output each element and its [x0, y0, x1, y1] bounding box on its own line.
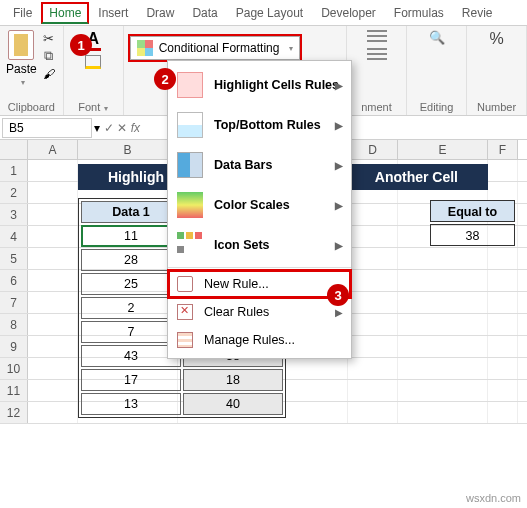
tab-page-layout[interactable]: Page Layout	[227, 2, 312, 24]
menu-top-bottom-rules[interactable]: Top/Bottom Rules ▶	[168, 105, 351, 145]
cell[interactable]	[28, 402, 78, 423]
cell[interactable]	[488, 336, 518, 357]
row-header[interactable]: 6	[0, 270, 28, 291]
cell[interactable]	[28, 160, 78, 181]
cell[interactable]	[348, 204, 398, 225]
paste-icon	[8, 30, 34, 60]
data-cell[interactable]: 11	[81, 225, 181, 247]
paste-button[interactable]: Paste ▾	[6, 30, 37, 87]
cell[interactable]	[488, 314, 518, 335]
cell[interactable]	[488, 270, 518, 291]
cell[interactable]	[348, 380, 398, 401]
row-header[interactable]: 8	[0, 314, 28, 335]
tab-draw[interactable]: Draw	[137, 2, 183, 24]
data-cell[interactable]: 17	[81, 369, 181, 391]
format-painter-button[interactable]	[41, 66, 57, 82]
tab-insert[interactable]: Insert	[89, 2, 137, 24]
cell[interactable]	[348, 292, 398, 313]
align-button[interactable]	[367, 30, 387, 44]
cell[interactable]	[398, 402, 488, 423]
cell[interactable]	[398, 292, 488, 313]
align-button-2[interactable]	[367, 48, 387, 62]
data-cell[interactable]: 2	[81, 297, 181, 319]
row-header[interactable]: 5	[0, 248, 28, 269]
tab-review[interactable]: Revie	[453, 2, 502, 24]
menu-new-rule[interactable]: New Rule...	[168, 270, 351, 298]
row-header[interactable]: 11	[0, 380, 28, 401]
menu-label: Clear Rules	[204, 305, 269, 319]
cell[interactable]	[488, 292, 518, 313]
cell[interactable]	[488, 402, 518, 423]
cell[interactable]	[348, 336, 398, 357]
find-button[interactable]	[429, 30, 445, 45]
data-cell[interactable]: 40	[183, 393, 283, 415]
menu-icon-sets[interactable]: Icon Sets ▶	[168, 225, 351, 265]
data-cell[interactable]: 43	[81, 345, 181, 367]
col-header-d[interactable]: D	[348, 140, 398, 159]
menu-color-scales[interactable]: Color Scales ▶	[168, 185, 351, 225]
cell[interactable]	[398, 314, 488, 335]
data-cell[interactable]: 18	[183, 369, 283, 391]
cell[interactable]	[348, 358, 398, 379]
cell[interactable]	[398, 270, 488, 291]
cell[interactable]	[488, 160, 518, 181]
menu-clear-rules[interactable]: Clear Rules ▶	[168, 298, 351, 326]
select-all-corner[interactable]	[0, 140, 28, 159]
cell[interactable]	[348, 402, 398, 423]
tab-home[interactable]: Home	[41, 2, 89, 24]
row-header[interactable]: 7	[0, 292, 28, 313]
col-header-b[interactable]: B	[78, 140, 178, 159]
data-cell[interactable]: 13	[81, 393, 181, 415]
cell[interactable]	[348, 270, 398, 291]
cell[interactable]	[488, 248, 518, 269]
row-header[interactable]: 10	[0, 358, 28, 379]
cell[interactable]	[28, 358, 78, 379]
tab-developer[interactable]: Developer	[312, 2, 385, 24]
row-header[interactable]: 2	[0, 182, 28, 203]
cell[interactable]	[398, 358, 488, 379]
cell[interactable]	[28, 380, 78, 401]
cell[interactable]	[348, 314, 398, 335]
name-box[interactable]: B5	[2, 118, 92, 138]
group-alignment: nment	[347, 26, 407, 115]
row-header[interactable]: 12	[0, 402, 28, 423]
cell[interactable]	[488, 380, 518, 401]
data-cell[interactable]: 28	[81, 249, 181, 271]
cell[interactable]	[28, 336, 78, 357]
cell[interactable]	[28, 248, 78, 269]
row-header[interactable]: 4	[0, 226, 28, 247]
col-header-e[interactable]: E	[398, 140, 488, 159]
cell[interactable]	[398, 336, 488, 357]
equal-to-value[interactable]: 38	[430, 224, 515, 246]
cell[interactable]	[28, 226, 78, 247]
cell[interactable]	[28, 314, 78, 335]
data-cell[interactable]: 25	[81, 273, 181, 295]
menu-highlight-cells-rules[interactable]: Highlight Cells Rules ▶	[168, 65, 351, 105]
copy-button[interactable]	[41, 48, 57, 64]
menu-manage-rules[interactable]: Manage Rules...	[168, 326, 351, 354]
cell[interactable]	[28, 182, 78, 203]
col-header-a[interactable]: A	[28, 140, 78, 159]
row-header[interactable]: 1	[0, 160, 28, 181]
fill-color-button[interactable]	[85, 55, 101, 69]
tab-formulas[interactable]: Formulas	[385, 2, 453, 24]
row-header[interactable]: 3	[0, 204, 28, 225]
menu-data-bars[interactable]: Data Bars ▶	[168, 145, 351, 185]
conditional-formatting-button[interactable]: Conditional Formatting ▾	[130, 36, 301, 60]
cell[interactable]	[28, 270, 78, 291]
cell[interactable]	[488, 358, 518, 379]
cell[interactable]	[348, 226, 398, 247]
row-header[interactable]: 9	[0, 336, 28, 357]
cell[interactable]	[398, 248, 488, 269]
percent-button[interactable]	[489, 30, 503, 48]
cell[interactable]	[28, 292, 78, 313]
cell[interactable]	[398, 380, 488, 401]
tab-data[interactable]: Data	[183, 2, 226, 24]
data-cell[interactable]: 7	[81, 321, 181, 343]
cell[interactable]	[28, 204, 78, 225]
tab-file[interactable]: File	[4, 2, 41, 24]
cell[interactable]	[348, 248, 398, 269]
cut-button[interactable]	[41, 30, 57, 46]
fx-button[interactable]: ✓ ✕ fx	[100, 121, 144, 135]
col-header-f[interactable]: F	[488, 140, 518, 159]
